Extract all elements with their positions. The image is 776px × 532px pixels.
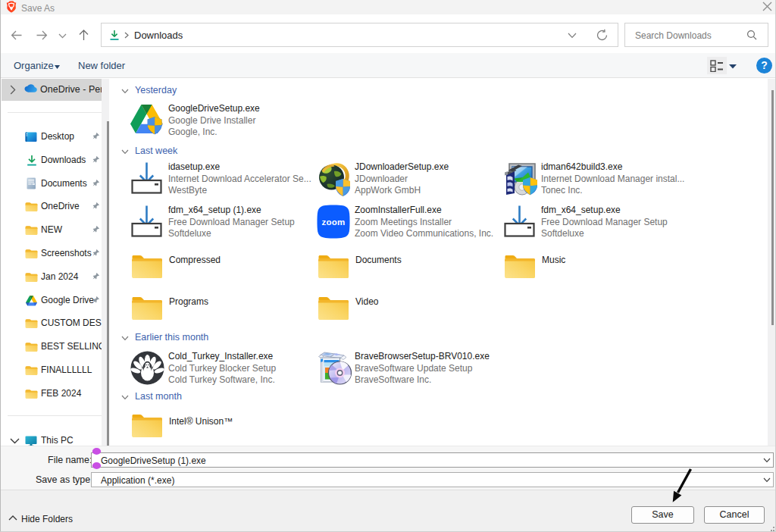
svg-text:zoom: zoom: [322, 217, 346, 227]
